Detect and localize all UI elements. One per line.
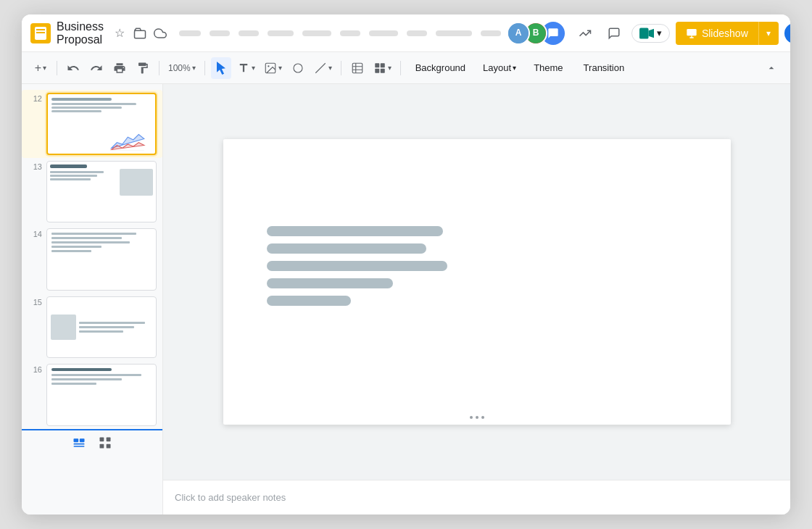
speaker-notes-placeholder: Click to add speaker notes <box>175 492 286 503</box>
divider-5 <box>400 61 401 75</box>
undo-button[interactable] <box>63 57 83 79</box>
line-tool[interactable]: ▾ <box>311 57 335 79</box>
slide-item-14[interactable]: 14 <box>22 225 162 293</box>
divider-3 <box>204 61 205 75</box>
collapse-toolbar-button[interactable] <box>761 58 782 78</box>
svg-line-13 <box>315 63 326 73</box>
svg-point-11 <box>268 65 269 67</box>
menu-slide[interactable] <box>340 30 360 36</box>
add-icon: + <box>35 62 41 75</box>
share-button[interactable]: Share <box>784 23 790 43</box>
slide-item-13[interactable]: 13 <box>22 158 162 226</box>
svg-rect-25 <box>74 438 79 442</box>
zoom-button[interactable]: 100% ▾ <box>165 57 199 79</box>
theme-label: Theme <box>534 62 563 73</box>
slide-item-16[interactable]: 16 <box>22 361 162 429</box>
toolbar: + ▾ 100% ▾ <box>22 52 790 84</box>
svg-marker-6 <box>648 28 654 38</box>
layout-label: Layout <box>483 62 511 73</box>
insert-table-button[interactable] <box>347 57 368 79</box>
slide-item-12[interactable]: 12 <box>22 90 162 158</box>
zoom-label: 100% <box>168 63 191 73</box>
resize-handle[interactable] <box>470 416 484 419</box>
slide-item-15[interactable]: 15 <box>22 293 162 362</box>
slide-content-line-2 <box>267 243 426 254</box>
transition-tab[interactable]: Transition <box>575 59 634 76</box>
svg-rect-26 <box>80 438 85 442</box>
slide-content-line-5 <box>267 296 351 306</box>
folder-icon[interactable] <box>133 26 147 41</box>
slide-number-12: 12 <box>28 93 42 103</box>
menu-tools[interactable] <box>407 30 427 36</box>
svg-rect-0 <box>134 30 145 38</box>
thumb-chart-12 <box>104 129 152 151</box>
svg-rect-28 <box>74 446 85 447</box>
text-tool[interactable]: ▾ <box>234 57 258 79</box>
svg-text:A: A <box>515 27 522 37</box>
resize-dot-1 <box>470 416 473 419</box>
slide-number-15: 15 <box>28 296 42 307</box>
transition-label: Transition <box>584 62 625 73</box>
redo-button[interactable] <box>86 57 107 79</box>
select-tool[interactable] <box>211 57 231 79</box>
meet-label: ▾ <box>657 28 662 38</box>
layout-tab[interactable]: Layout ▾ <box>477 59 522 76</box>
print-button[interactable] <box>109 57 130 79</box>
collaborator-avatar-1: A <box>507 22 530 45</box>
svg-rect-29 <box>100 437 104 441</box>
meet-button[interactable]: ▾ <box>631 24 670 43</box>
menu-help[interactable] <box>481 30 501 36</box>
add-button[interactable]: + ▾ <box>30 57 51 79</box>
svg-rect-31 <box>100 443 104 448</box>
slide-number-14: 14 <box>28 228 42 238</box>
slideshow-dropdown[interactable]: ▾ <box>758 22 779 45</box>
menu-file[interactable] <box>179 30 201 36</box>
image-tool[interactable]: ▾ <box>261 57 285 79</box>
menu-format[interactable] <box>302 30 331 36</box>
slideshow-button[interactable]: Slideshow ▾ <box>676 22 779 45</box>
slide-number-16: 16 <box>28 364 42 374</box>
svg-text:B: B <box>533 27 539 37</box>
star-icon[interactable]: ☆ <box>112 26 127 41</box>
shape-tool[interactable] <box>288 57 308 79</box>
editor-area: Click to add speaker notes <box>163 84 790 515</box>
document-title[interactable]: Business Proposal <box>57 20 104 46</box>
slide-number-13: 13 <box>28 161 42 171</box>
comments-button[interactable] <box>602 22 626 45</box>
menu-edit[interactable] <box>210 30 230 36</box>
menu-view[interactable] <box>239 30 259 36</box>
slide-canvas[interactable] <box>223 139 731 425</box>
menu-arrange[interactable] <box>369 30 398 36</box>
layout-dropdown-button[interactable]: ▾ <box>370 57 394 79</box>
svg-rect-21 <box>380 68 384 72</box>
analytics-button[interactable] <box>573 22 597 45</box>
filmstrip-view-tab[interactable] <box>69 433 89 453</box>
grid-view-tab[interactable] <box>95 433 115 453</box>
collaborator-avatars: A B <box>507 22 568 45</box>
svg-rect-14 <box>352 63 362 73</box>
menu-insert[interactable] <box>268 30 294 36</box>
app-logo <box>30 23 51 43</box>
svg-rect-27 <box>74 443 85 444</box>
menu-extensions[interactable] <box>436 30 472 36</box>
background-tab[interactable]: Background <box>407 59 474 76</box>
app-window: Business Proposal ☆ <box>22 14 790 515</box>
divider-1 <box>57 61 57 75</box>
divider-2 <box>159 61 160 75</box>
slides-view-tabs <box>22 429 162 455</box>
resize-dot-3 <box>481 416 484 419</box>
slide-canvas-area[interactable] <box>163 84 790 480</box>
slideshow-label: Slideshow <box>702 28 748 39</box>
svg-rect-5 <box>639 28 649 38</box>
resize-dot-2 <box>476 416 478 419</box>
slideshow-main-action[interactable]: Slideshow <box>676 23 758 43</box>
slide-content-line-3 <box>267 261 447 271</box>
cloud-icon[interactable] <box>153 26 167 41</box>
svg-rect-20 <box>375 68 379 72</box>
background-label: Background <box>415 62 465 73</box>
slide-content-line-1 <box>267 226 444 236</box>
zoom-dropdown-icon: ▾ <box>192 64 196 72</box>
speaker-notes[interactable]: Click to add speaker notes <box>163 480 790 515</box>
theme-tab[interactable]: Theme <box>525 59 571 76</box>
paint-format-button[interactable] <box>133 57 153 79</box>
